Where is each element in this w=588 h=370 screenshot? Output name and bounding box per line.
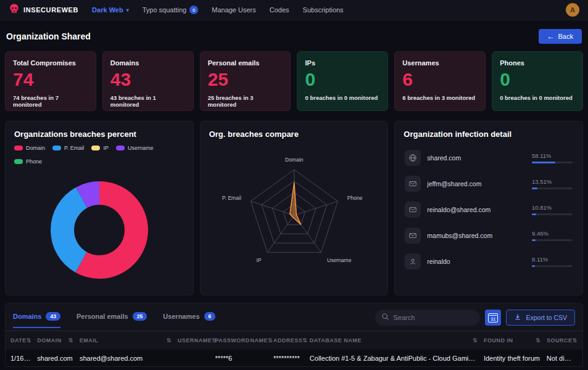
panel-title: Organization infection detail [404, 130, 574, 139]
user-icon [405, 253, 421, 269]
infection-name: shared.com [427, 154, 526, 162]
column-header-name[interactable]: NAME⇅ [250, 337, 273, 343]
brand-name: INSECUREWEB [23, 6, 78, 14]
sort-icon: ⇅ [68, 337, 73, 343]
legend-item-p-email[interactable]: P. Email [52, 145, 84, 151]
cell-date: 1/16/19 [10, 355, 37, 362]
progress-fill [532, 265, 535, 267]
stat-card-phones: Phones 0 0 breaches in 0 monitored [492, 51, 583, 111]
infection-name: reinaldo@shared.com [427, 206, 526, 213]
tab-domains[interactable]: Domains 43 [13, 312, 60, 328]
legend-item-ip[interactable]: IP [91, 145, 109, 151]
cell-address: ********** [273, 355, 310, 362]
legend-swatch [14, 159, 23, 164]
cell-source: Not disclosed [547, 355, 578, 362]
nav-item-manage-users[interactable]: Manage Users [212, 6, 256, 14]
stat-value: 43 [110, 69, 186, 89]
nav-item-codes[interactable]: Codes [270, 6, 289, 14]
infection-list-item[interactable]: reinaldo 8.11% [404, 249, 574, 274]
tab-personal-emails[interactable]: Personal emails 25 [77, 312, 147, 328]
infection-percent: 8.11% [532, 256, 573, 263]
column-header-date[interactable]: DATE⇅ [10, 337, 37, 343]
brand-logo[interactable]: INSECUREWEB [9, 3, 78, 17]
infection-list-item[interactable]: mamubs@shared.com 9.46% [404, 223, 574, 249]
search-icon [381, 312, 389, 323]
infection-name: jeffm@shared.com [427, 180, 526, 187]
nav-item-subscriptions[interactable]: Subscriptions [303, 6, 344, 14]
chevron-down-icon: ▾ [126, 7, 129, 13]
stats-row: Total Compromises 74 74 breaches in 7 mo… [5, 51, 583, 111]
column-header-database-name[interactable]: DATABASE NAME⇅ [310, 337, 484, 343]
table-header-row: DATE⇅ DOMAIN⇅ EMAIL⇅ USERNAME⇅ PASSWORD⇅… [6, 331, 582, 350]
legend-item-phone[interactable]: Phone [14, 158, 42, 165]
search-box [375, 310, 480, 326]
progress-track [532, 239, 573, 241]
legend-swatch [116, 146, 125, 150]
column-header-password[interactable]: PASSWORD⇅ [215, 337, 251, 343]
stat-card-domains: Domains 43 43 breaches in 1 monitored [102, 51, 194, 111]
radar-chart: DomainPhoneUsernameIPP. Email [209, 150, 379, 286]
cell-email: shared@shared.com [80, 355, 178, 362]
panel-infection-detail: Organization infection detail shared.com… [394, 121, 583, 295]
column-header-email[interactable]: EMAIL⇅ [80, 337, 178, 343]
sort-icon: ⇅ [268, 337, 273, 343]
legend-swatch [14, 146, 23, 150]
column-header-address[interactable]: ADDRESS⇅ [273, 337, 310, 343]
infection-list-item[interactable]: shared.com 58.11% [404, 145, 574, 171]
tab-usernames[interactable]: Usernames 6 [163, 312, 215, 328]
progress-fill [532, 162, 555, 163]
back-button[interactable]: ← Back [539, 29, 582, 44]
progress-fill [532, 213, 536, 215]
panel-breaches-percent: Organizations breaches percent Domain P.… [5, 121, 194, 295]
back-arrow-icon: ← [547, 32, 555, 41]
calendar-icon: 31 [488, 313, 498, 323]
stat-subtext: 0 breaches in 0 monitored [305, 94, 380, 101]
sort-icon: ⇅ [536, 337, 540, 343]
top-navbar: INSECUREWEB Dark Web ▾ Typo squatting 6 … [0, 0, 588, 20]
stat-label: Personal emails [208, 59, 283, 67]
column-header-username[interactable]: USERNAME⇅ [178, 337, 215, 343]
svg-text:Domain: Domain [285, 156, 304, 162]
breach-table: DATE⇅ DOMAIN⇅ EMAIL⇅ USERNAME⇅ PASSWORD⇅… [6, 331, 582, 366]
nav-item-dark-web[interactable]: Dark Web ▾ [92, 6, 129, 14]
user-avatar[interactable]: A [566, 3, 579, 17]
export-csv-button[interactable]: Export to CSV [506, 310, 575, 326]
stat-label: IPs [305, 59, 380, 67]
column-header-source[interactable]: SOURCE⇅ [547, 337, 578, 343]
globe-icon [405, 150, 421, 166]
stat-label: Phones [500, 59, 575, 67]
mail-icon [405, 176, 421, 192]
mail-icon [405, 228, 421, 244]
tab-count-badge: 6 [204, 312, 216, 321]
legend-item-domain[interactable]: Domain [14, 145, 45, 151]
stat-subtext: 25 breaches in 3 monitored [208, 94, 283, 108]
breach-table-section: Domains 43 Personal emails 25 Usernames … [5, 303, 583, 367]
stat-card-personal-emails: Personal emails 25 25 breaches in 3 moni… [200, 51, 291, 111]
progress-track [532, 265, 573, 267]
infection-list-item[interactable]: reinaldo@shared.com 10.81% [404, 197, 574, 223]
legend-item-username[interactable]: Username [116, 145, 154, 151]
column-header-found-in[interactable]: FOUND IN⇅ [484, 337, 547, 343]
nav-item-typo-squatting[interactable]: Typo squatting 6 [143, 6, 199, 14]
infection-name: mamubs@shared.com [427, 232, 526, 239]
date-filter-button[interactable]: 31 [485, 310, 501, 326]
svg-text:Username: Username [327, 257, 352, 263]
stat-subtext: 6 breaches in 3 monitored [402, 94, 478, 101]
legend-swatch [91, 146, 100, 150]
infection-percent: 13.51% [532, 178, 573, 185]
cell-domain: shared.com [37, 355, 80, 362]
cell-password: *****6 [215, 355, 251, 362]
stat-subtext: 43 breaches in 1 monitored [110, 94, 186, 108]
panel-title: Organizations breaches percent [14, 130, 184, 139]
infection-list-item[interactable]: jeffm@shared.com 13.51% [404, 171, 574, 197]
svg-text:IP: IP [256, 257, 261, 263]
stat-label: Total Compromises [13, 59, 88, 67]
progress-fill [532, 187, 537, 189]
sort-icon: ⇅ [473, 337, 478, 343]
progress-track [532, 213, 573, 215]
stat-value: 74 [13, 69, 88, 89]
search-input[interactable] [393, 314, 467, 321]
table-row: 1/16/19 shared.com shared@shared.com ***… [6, 350, 582, 366]
progress-track [532, 162, 573, 163]
column-header-domain[interactable]: DOMAIN⇅ [37, 337, 80, 343]
